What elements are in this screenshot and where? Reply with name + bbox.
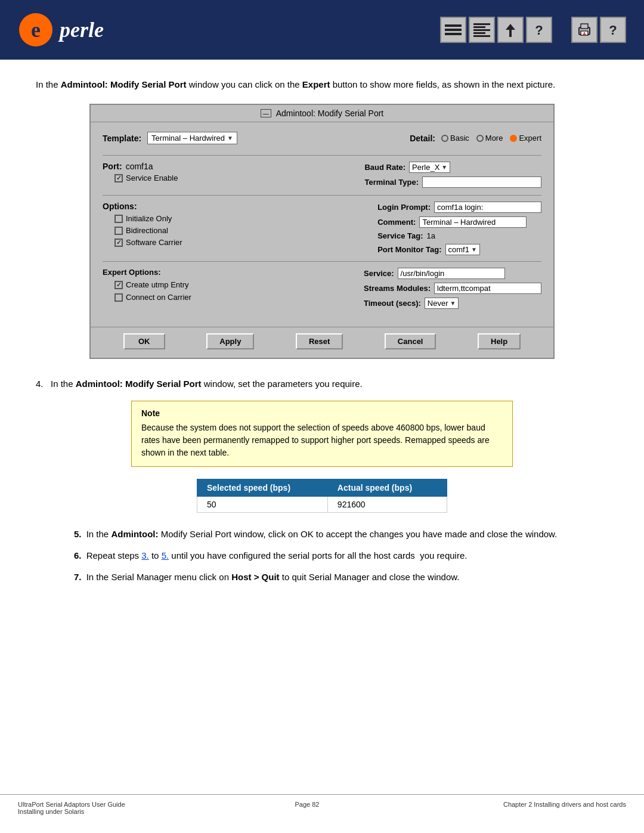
options-label: Options: [103, 202, 137, 211]
radio-more-circle [476, 135, 484, 142]
step4-bold: Admintool: Modify Serial Port [76, 379, 202, 389]
terminal-type-input[interactable] [422, 176, 541, 188]
footer: UltraPort Serial Adaptors User Guide Ins… [0, 794, 644, 821]
streams-modules-label: Streams Modules: [364, 284, 431, 293]
step5-num: 5. [74, 529, 82, 539]
step6: 6. Repeat steps 3. to 5. until you have … [60, 549, 608, 563]
icon-group-right: A ? [571, 17, 626, 43]
service-tag-row: Service Tag: 1a [377, 231, 541, 240]
note-box: Note Because the system does not support… [131, 401, 513, 467]
step4-num: 4. In the [36, 379, 76, 389]
steps-list: 5. In the Admintool: Modify Serial Port … [36, 527, 608, 584]
port-monitor-tag-value: comf1 [448, 245, 469, 254]
option3-row: Software Carrier [114, 238, 182, 247]
option3-checkbox[interactable] [114, 239, 123, 247]
help-button[interactable]: Help [478, 333, 521, 349]
port-monitor-tag-label: Port Monitor Tag: [377, 245, 441, 254]
col-selected-speed: Selected speed (bps) [197, 479, 328, 497]
port-row: Port: comf1a Service Enable Baud Rate: P… [103, 162, 541, 188]
option3-label: Software Carrier [126, 238, 182, 247]
streams-row: Streams Modules: ldterm,ttcompat [364, 283, 541, 294]
expert-left: Expert Options: Create utmp Entry Connec… [103, 268, 191, 309]
step7-num: 7. [74, 572, 82, 582]
svg-rect-5 [473, 23, 490, 25]
port-monitor-arrow: ▼ [471, 246, 477, 253]
admintool-dialog: — Admintool: Modify Serial Port Template… [89, 104, 555, 359]
header: e perle ? A [0, 0, 644, 60]
expert-opt2-row: Connect on Carrier [114, 293, 191, 302]
print-icon[interactable]: A [571, 17, 597, 43]
option1-label: Initialize Only [126, 214, 172, 223]
footer-center: Page 82 [167, 801, 447, 808]
service-row: Service: /usr/bin/login [364, 268, 541, 279]
radio-more[interactable]: More [476, 134, 503, 143]
svg-rect-2 [445, 24, 462, 27]
footer-page: Page 82 [295, 801, 320, 808]
footer-right: Chapter 2 Installing drivers and host ca… [447, 801, 626, 808]
menu-icon-1[interactable] [440, 17, 466, 43]
streams-modules-input[interactable]: ldterm,ttcompat [434, 283, 541, 294]
ok-button[interactable]: OK [123, 333, 165, 349]
help-icon-1[interactable]: ? [526, 17, 552, 43]
radio-expert[interactable]: Expert [510, 134, 541, 143]
divider-3 [103, 261, 541, 262]
template-row: Template: Terminal – Hardwired ▼ Detail:… [103, 132, 541, 144]
cancel-button[interactable]: Cancel [385, 333, 436, 349]
reset-button[interactable]: Reset [296, 333, 343, 349]
expert-opt1-checkbox[interactable] [114, 281, 123, 289]
port-left: Port: comf1a Service Enable [103, 162, 178, 188]
port-info: Port: comf1a [103, 162, 178, 171]
detail-right: Detail: Basic More Expert [410, 134, 541, 143]
expert-opt2-checkbox[interactable] [114, 293, 123, 302]
port-right: Baud Rate: Perle_X ▼ Terminal Type: [364, 162, 541, 188]
svg-marker-10 [506, 24, 515, 37]
option1-row: Initialize Only [114, 214, 182, 223]
note-body: Because the system does not support the … [141, 422, 503, 459]
step5-bold: Admintool: [111, 529, 158, 539]
footer-left: UltraPort Serial Adaptors User Guide Ins… [18, 801, 167, 815]
service-tag-label: Service Tag: [377, 231, 423, 240]
logo-text: perle [60, 17, 104, 42]
footer-left-line2: Installing under Solaris [18, 808, 167, 815]
step6-link2[interactable]: 5. [162, 550, 169, 561]
expert-right: Service: /usr/bin/login Streams Modules:… [364, 268, 541, 309]
radio-basic[interactable]: Basic [441, 134, 469, 143]
timeout-select[interactable]: Never ▼ [425, 298, 459, 309]
expert-opt1-row: Create utmp Entry [114, 280, 191, 289]
expert-options-label: Expert Options: [103, 268, 161, 277]
radio-expert-circle [510, 135, 517, 142]
service-enable-checkbox[interactable] [114, 174, 123, 182]
port-monitor-tag-row: Port Monitor Tag: comf1 ▼ [377, 244, 541, 255]
service-input[interactable]: /usr/bin/login [398, 268, 505, 279]
content-area: In the Admintool: Modify Serial Port win… [0, 60, 644, 614]
dialog-body: Template: Terminal – Hardwired ▼ Detail:… [91, 122, 553, 327]
option1-checkbox[interactable] [114, 215, 123, 223]
template-select[interactable]: Terminal – Hardwired ▼ [147, 132, 237, 144]
comment-row: Comment: Terminal – Hardwired [377, 216, 541, 228]
upload-icon[interactable] [497, 17, 524, 43]
comment-input[interactable]: Terminal – Hardwired [419, 216, 527, 228]
option2-checkbox[interactable] [114, 227, 123, 235]
service-tag-value: 1a [427, 231, 435, 240]
login-prompt-label: Login Prompt: [377, 203, 431, 212]
baud-rate-arrow: ▼ [441, 164, 447, 171]
login-prompt-input[interactable]: comf1a login: [434, 202, 541, 213]
menu-icon-2[interactable] [469, 17, 495, 43]
icon-group-left: ? [440, 17, 552, 43]
svg-text:e: e [31, 18, 41, 42]
svg-rect-13 [581, 24, 588, 29]
dialog-minimize-btn[interactable]: — [261, 109, 271, 117]
speed-table: Selected speed (bps) Actual speed (bps) … [197, 479, 447, 513]
step6-link1[interactable]: 3. [141, 550, 149, 561]
timeout-row: Timeout (secs): Never ▼ [364, 298, 541, 309]
help-icon-2[interactable]: ? [600, 17, 626, 43]
apply-button[interactable]: Apply [206, 333, 254, 349]
port-value: comf1a [126, 162, 153, 171]
comment-label: Comment: [377, 218, 416, 227]
port-monitor-tag-select[interactable]: comf1 ▼ [445, 244, 480, 255]
svg-rect-4 [445, 33, 462, 35]
options-row: Options: Initialize Only Bidirectional S… [103, 202, 541, 255]
template-dropdown-arrow: ▼ [227, 135, 233, 141]
option2-label: Bidirectional [126, 226, 168, 235]
baud-rate-select[interactable]: Perle_X ▼ [409, 162, 450, 173]
